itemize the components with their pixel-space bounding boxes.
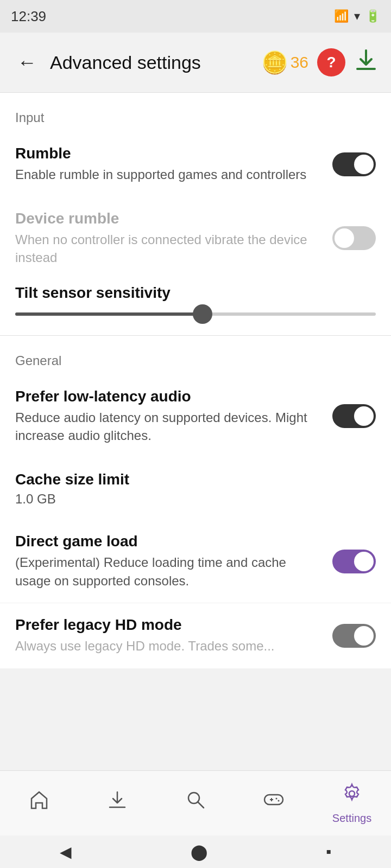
search-icon (185, 789, 206, 815)
coin-icon: 🪙 (261, 50, 288, 75)
section-header-general: General (0, 336, 391, 375)
nav-search[interactable] (156, 771, 235, 835)
setting-low-latency-desc: Reduce audio latency on supported device… (15, 409, 321, 445)
games-icon (262, 788, 285, 816)
setting-legacy-hd[interactable]: Prefer legacy HD mode Always use legacy … (0, 603, 391, 668)
setting-device-rumble-title: Device rumble (15, 210, 321, 227)
system-nav-bar: ◀ ⬤ ▪ (0, 835, 391, 868)
setting-rumble-desc: Enable rumble in supported games and con… (15, 165, 321, 184)
tilt-sensor-label: Tilt sensor sensitivity (15, 284, 376, 302)
battery-icon: 🔋 (365, 9, 380, 23)
toggle-legacy-hd-thumb (354, 626, 374, 646)
back-button[interactable]: ← (13, 47, 41, 78)
toggle-rumble[interactable] (332, 152, 376, 176)
setting-direct-load-title: Direct game load (15, 533, 321, 550)
setting-cache-title: Cache size limit (15, 471, 365, 488)
download-button[interactable] (354, 48, 378, 77)
setting-rumble[interactable]: Rumble Enable rumble in supported games … (0, 132, 391, 197)
home-nav-btn[interactable]: ⬤ (191, 843, 207, 861)
content-area: Input Rumble Enable rumble in supported … (0, 93, 391, 668)
sim-icon: 📶 (334, 9, 349, 23)
toggle-direct-load[interactable] (332, 550, 376, 573)
setting-cache-value: 1.0 GB (15, 492, 365, 507)
setting-legacy-hd-title: Prefer legacy HD mode (15, 616, 321, 634)
svg-point-8 (278, 800, 280, 802)
svg-point-9 (349, 791, 355, 796)
nav-downloads[interactable] (78, 771, 156, 835)
help-button[interactable]: ? (317, 48, 345, 76)
toggle-device-rumble (332, 226, 376, 250)
setting-cache-size[interactable]: Cache size limit 1.0 GB (0, 458, 391, 520)
recent-nav-btn[interactable]: ▪ (326, 843, 332, 860)
page-title: Advanced settings (50, 52, 253, 73)
coin-badge: 🪙 36 (261, 50, 308, 75)
downloads-icon (106, 789, 128, 815)
setting-low-latency-title: Prefer low-latency audio (15, 388, 321, 405)
coin-count: 36 (291, 53, 308, 72)
setting-rumble-title: Rumble (15, 145, 321, 162)
tilt-sensor-track[interactable] (15, 312, 376, 316)
tilt-sensor-thumb[interactable] (193, 304, 212, 324)
setting-device-rumble-desc: When no controller is connected vibrate … (15, 231, 321, 267)
toggle-rumble-thumb (354, 155, 374, 174)
back-nav-btn[interactable]: ◀ (60, 843, 72, 861)
toggle-low-latency[interactable] (332, 404, 376, 428)
nav-settings[interactable]: Settings (313, 771, 391, 835)
setting-low-latency[interactable]: Prefer low-latency audio Reduce audio la… (0, 375, 391, 458)
nav-settings-label: Settings (332, 812, 371, 825)
toggle-direct-load-thumb (354, 552, 374, 571)
nav-home[interactable] (0, 771, 78, 835)
help-icon: ? (326, 54, 336, 71)
status-time: 12:39 (11, 8, 46, 25)
section-header-input: Input (0, 93, 391, 132)
tilt-sensor-container: Tilt sensor sensitivity (0, 280, 391, 335)
status-icons: 📶 ▾ 🔋 (334, 9, 380, 23)
svg-line-3 (198, 802, 204, 808)
status-bar: 12:39 📶 ▾ 🔋 (0, 0, 391, 33)
svg-point-7 (276, 798, 278, 800)
home-icon (28, 789, 50, 815)
tilt-sensor-fill (15, 312, 203, 316)
toggle-device-rumble-thumb (335, 228, 354, 248)
app-bar: ← Advanced settings 🪙 36 ? (0, 33, 391, 92)
toggle-low-latency-thumb (354, 406, 374, 426)
nav-games[interactable] (235, 771, 313, 835)
wifi-icon: ▾ (354, 9, 360, 23)
setting-direct-game-load[interactable]: Direct game load (Experimental) Reduce l… (0, 520, 391, 603)
toggle-legacy-hd[interactable] (332, 624, 376, 648)
setting-device-rumble: Device rumble When no controller is conn… (0, 197, 391, 280)
svg-rect-4 (264, 795, 283, 805)
setting-legacy-hd-desc: Always use legacy HD mode. Trades some..… (15, 637, 321, 655)
bottom-nav: Settings (0, 770, 391, 835)
setting-direct-load-desc: (Experimental) Reduce loading time and c… (15, 553, 321, 590)
settings-icon (340, 782, 363, 810)
